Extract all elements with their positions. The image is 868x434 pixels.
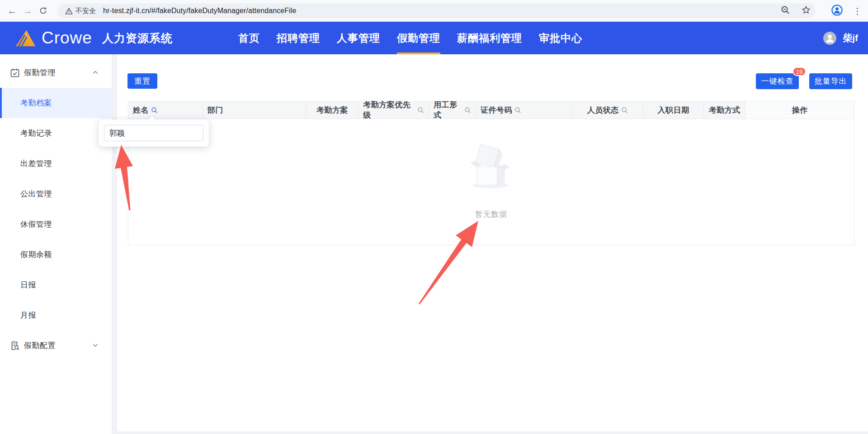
- bookmark-star-icon[interactable]: [801, 5, 811, 17]
- nav-item-3[interactable]: 假勤管理: [397, 22, 440, 54]
- column-header-9: 操作: [745, 101, 854, 119]
- logo: Crowe 人力资源系统: [13, 28, 173, 48]
- url-text[interactable]: hr-test.zjf-it.cn/#/fakeDuty/fakeDutyMan…: [103, 7, 296, 15]
- sidebar-item-label: 考勤记录: [20, 128, 52, 138]
- avatar: [823, 32, 836, 45]
- column-label: 操作: [792, 105, 808, 115]
- column-label: 考勤方案: [316, 105, 348, 115]
- column-header-6: 人员状态: [572, 101, 643, 119]
- sidebar-item-label: 休假管理: [20, 219, 52, 229]
- name-filter-popup: [99, 119, 209, 147]
- sidebar-item-label: 月报: [20, 310, 36, 320]
- column-label: 人员状态: [587, 105, 619, 115]
- column-header-7: 入职日期: [643, 101, 704, 119]
- chevron-up-icon: [91, 68, 101, 78]
- name-filter-input[interactable]: [104, 125, 203, 141]
- bottom-scroll-track[interactable]: [117, 431, 868, 434]
- one-key-check-button[interactable]: 一键检查: [756, 73, 799, 89]
- sidebar-item-0-6[interactable]: 日报: [0, 270, 112, 300]
- main-content: 重置 一键检查 19 批量导出 姓名部门考勤方案考勤方案优先级用工形式证件号码人…: [117, 54, 868, 431]
- profile-icon[interactable]: [831, 4, 843, 18]
- column-label: 证件号码: [481, 105, 512, 115]
- sidebar-item-label: 出差管理: [20, 158, 52, 169]
- column-header-4: 用工形式: [429, 101, 476, 119]
- nav-item-5[interactable]: 审批中心: [539, 22, 582, 54]
- column-header-5: 证件号码: [476, 101, 572, 119]
- sidebar: 假勤管理 考勤档案考勤记录出差管理公出管理休假管理假期余额日报月报 假勤配置: [0, 54, 112, 434]
- nav-item-0[interactable]: 首页: [238, 22, 260, 54]
- column-header-0: 姓名: [128, 101, 203, 119]
- empty-box-icon: [467, 143, 516, 191]
- search-icon[interactable]: [464, 107, 471, 114]
- address-bar[interactable]: 不安全 hr-test.zjf-it.cn/#/fakeDuty/fakeDut…: [58, 4, 816, 18]
- search-icon[interactable]: [514, 107, 521, 114]
- sidebar-item-label: 考勤档案: [20, 98, 52, 108]
- sidebar-item-0-0[interactable]: 考勤档案: [0, 88, 112, 118]
- search-icon[interactable]: [151, 107, 158, 114]
- security-label: 不安全: [75, 7, 96, 15]
- sidebar-group-0[interactable]: 假勤管理: [0, 57, 112, 88]
- sidebar-group-label: 假勤管理: [24, 67, 56, 78]
- check-count-badge: 19: [793, 67, 806, 76]
- user-menu[interactable]: 柴jf: [823, 22, 858, 54]
- reload-icon[interactable]: [35, 3, 51, 19]
- empty-state: 暂无数据: [128, 119, 854, 245]
- forward-arrow-icon[interactable]: →: [20, 3, 35, 19]
- crowe-logo-icon: [13, 28, 36, 48]
- logo-text: Crowe: [42, 29, 92, 48]
- column-header-8: 考勤方式: [704, 101, 745, 119]
- sidebar-item-0-1[interactable]: 考勤记录: [0, 118, 112, 148]
- browser-toolbar: ← → 不安全 hr-test.zjf-it.cn/#/fakeDuty/fak…: [0, 0, 868, 22]
- user-name: 柴jf: [843, 32, 858, 44]
- nav-item-2[interactable]: 人事管理: [337, 22, 380, 54]
- back-arrow-icon[interactable]: ←: [5, 3, 20, 19]
- sidebar-divider: [112, 54, 117, 434]
- column-header-3: 考勤方案优先级: [359, 101, 429, 119]
- screen: ← → 不安全 hr-test.zjf-it.cn/#/fakeDuty/fak…: [0, 0, 868, 434]
- sidebar-group-label: 假勤配置: [24, 340, 56, 351]
- sidebar-item-0-4[interactable]: 休假管理: [0, 209, 112, 239]
- zoom-out-icon[interactable]: [780, 5, 790, 17]
- sidebar-item-0-2[interactable]: 出差管理: [0, 148, 112, 179]
- column-label: 考勤方式: [709, 105, 741, 115]
- column-label: 入职日期: [658, 105, 689, 115]
- attendance-table: 姓名部门考勤方案考勤方案优先级用工形式证件号码人员状态入职日期考勤方式操作 暂无…: [128, 101, 854, 245]
- search-icon[interactable]: [417, 107, 424, 114]
- sidebar-group-1[interactable]: 假勤配置: [0, 330, 112, 361]
- security-chip[interactable]: 不安全: [65, 7, 96, 15]
- nav-item-4[interactable]: 薪酬福利管理: [457, 22, 522, 54]
- nav-item-1[interactable]: 招聘管理: [277, 22, 320, 54]
- user-avatar-icon: [823, 32, 836, 45]
- column-label: 考勤方案优先级: [363, 100, 415, 120]
- batch-export-button[interactable]: 批量导出: [809, 73, 852, 89]
- sidebar-item-label: 公出管理: [20, 189, 52, 199]
- app-title: 人力资源系统: [102, 31, 173, 46]
- empty-text: 暂无数据: [475, 209, 508, 219]
- sidebar-item-0-7[interactable]: 月报: [0, 300, 112, 330]
- chevron-down-icon: [91, 341, 101, 351]
- reset-button[interactable]: 重置: [127, 73, 157, 89]
- sidebar-item-label: 日报: [20, 280, 36, 290]
- document-search-icon: [10, 341, 20, 351]
- main-nav: 首页招聘管理人事管理假勤管理薪酬福利管理审批中心: [238, 22, 582, 54]
- column-header-2: 考勤方案: [307, 101, 359, 119]
- column-label: 部门: [208, 105, 223, 115]
- column-label: 用工形式: [434, 100, 462, 120]
- sidebar-item-0-3[interactable]: 公出管理: [0, 179, 112, 209]
- kebab-menu-icon[interactable]: ⋮: [853, 6, 862, 16]
- warning-icon: [65, 7, 73, 15]
- sidebar-item-label: 假期余额: [20, 249, 52, 260]
- table-header-row: 姓名部门考勤方案考勤方案优先级用工形式证件号码人员状态入职日期考勤方式操作: [128, 101, 854, 119]
- calendar-check-icon: [10, 68, 20, 78]
- search-icon[interactable]: [621, 107, 628, 114]
- column-label: 姓名: [133, 105, 149, 115]
- app-header: Crowe 人力资源系统 首页招聘管理人事管理假勤管理薪酬福利管理审批中心 柴j…: [0, 22, 868, 54]
- sidebar-item-0-5[interactable]: 假期余额: [0, 239, 112, 270]
- column-header-1: 部门: [203, 101, 307, 119]
